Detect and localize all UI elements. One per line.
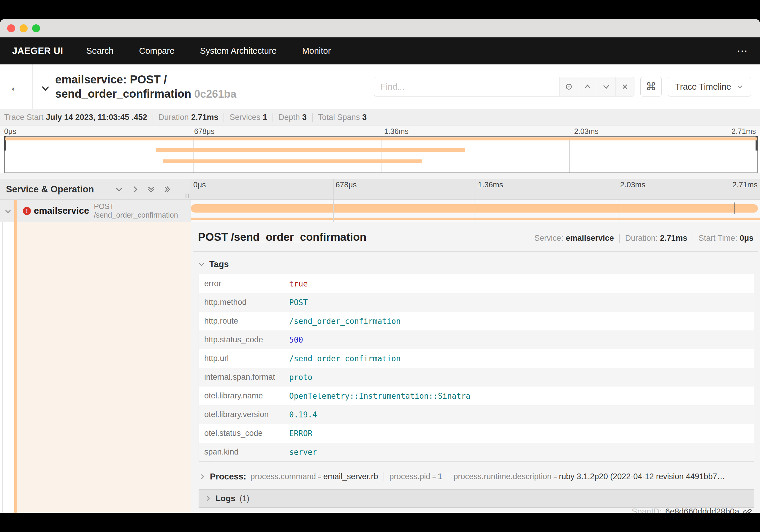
span-row-timeline-cell[interactable]	[191, 200, 760, 222]
focus-match-icon[interactable]	[559, 77, 578, 96]
overview-tick-labels: 0μs678μs1.36ms2.03ms2.71ms	[0, 126, 760, 136]
chevron-down-icon	[198, 261, 205, 268]
next-match-chevron-down-icon[interactable]	[597, 77, 615, 96]
close-window-button[interactable]	[7, 24, 15, 32]
column-resize-handle[interactable]	[186, 194, 189, 198]
tag-row[interactable]: errortrue	[199, 274, 754, 293]
tag-row[interactable]: otel.library.version0.19.4	[199, 405, 754, 424]
span-id-row: SpanID: 6e8d660dddd28b0a	[632, 507, 752, 513]
tag-row[interactable]: http.route/send_order_confirmation	[199, 312, 754, 330]
service-value: emailservice	[566, 234, 614, 243]
span-id-label: SpanID:	[632, 507, 662, 513]
trace-overview-minimap[interactable]	[4, 136, 758, 173]
logs-count: (1)	[240, 494, 249, 503]
zoom-window-button[interactable]	[32, 24, 40, 32]
trace-start-label: Trace Start	[4, 113, 44, 122]
find-input[interactable]	[374, 77, 559, 96]
minimap-span-bar	[5, 137, 757, 140]
divider	[312, 113, 312, 122]
tag-row[interactable]: span.kindserver	[199, 443, 754, 461]
spacer	[0, 173, 760, 179]
collapse-all-double-chevron-down-icon[interactable]	[147, 185, 156, 194]
link-icon[interactable]	[743, 507, 752, 513]
clear-find-icon[interactable]	[615, 77, 634, 96]
span-detail-panel: POST /send_order_confirmation Service: e…	[191, 222, 760, 513]
nav-item-system-architecture[interactable]: System Architecture	[200, 46, 277, 56]
indent-guide	[2, 222, 3, 513]
prev-match-chevron-up-icon[interactable]	[578, 77, 597, 96]
process-value: 1	[438, 472, 442, 481]
nav-overflow-icon[interactable]: ⋯	[737, 45, 748, 57]
span-duration-bar[interactable]	[191, 204, 758, 213]
duration-label: Duration	[159, 113, 189, 122]
tag-value: OpenTelemetry::Instrumentation::Sinatra	[285, 392, 470, 401]
tag-row[interactable]: otel.status_codeERROR	[199, 424, 754, 443]
tick-label: 2.71ms	[733, 180, 758, 189]
logs-section-toggle[interactable]: Logs (1)	[199, 489, 754, 508]
gridline	[333, 200, 334, 222]
logs-label: Logs	[215, 494, 235, 503]
minimize-window-button[interactable]	[20, 24, 27, 32]
process-key: process.command	[251, 472, 316, 481]
services-value: 1	[263, 113, 267, 122]
tag-value: POST	[285, 298, 308, 307]
expand-collapse-controls	[115, 185, 171, 194]
nav-item-search[interactable]: Search	[86, 46, 114, 56]
error-icon: !	[23, 207, 31, 215]
nav-item-monitor[interactable]: Monitor	[302, 46, 331, 56]
collapse-all-chevron-down-icon[interactable]	[115, 185, 123, 194]
span-service-name: emailservice	[34, 206, 89, 216]
window-titlebar[interactable]	[0, 19, 760, 37]
total-spans-value: 3	[362, 113, 367, 122]
tick-label: 0μs	[193, 180, 206, 189]
tag-key: internal.span.format	[199, 372, 285, 382]
tag-row[interactable]: http.status_code500	[199, 330, 754, 349]
trace-page-header: ← emailservice: POST / send_order_confir…	[0, 65, 760, 109]
tag-value: server	[285, 448, 317, 457]
span-id-value: 6e8d660dddd28b0a	[665, 507, 739, 513]
tick-label: 0μs	[4, 127, 16, 136]
equals-sign: =	[318, 473, 321, 481]
tag-row[interactable]: http.url/send_order_confirmation	[199, 349, 754, 368]
header-controls: ⌘ Trace Timeline	[374, 77, 751, 96]
span-row-label-cell[interactable]: ! emailservice POST /send_order_confirma…	[0, 200, 191, 222]
start-time-label: Start Time:	[698, 234, 737, 243]
collapse-trace-chevron-down-icon[interactable]	[40, 83, 50, 94]
expand-all-double-chevron-right-icon[interactable]	[163, 185, 171, 194]
tag-row[interactable]: http.methodPOST	[199, 293, 754, 312]
tag-key: http.route	[199, 316, 285, 326]
tags-label: Tags	[209, 260, 229, 269]
chevron-right-icon	[204, 495, 212, 502]
trace-view-selector[interactable]: Trace Timeline	[668, 77, 751, 96]
gridline	[193, 137, 194, 172]
trace-title-wrap: emailservice: POST / send_order_confirma…	[33, 65, 236, 109]
divider	[692, 234, 693, 243]
total-spans-label: Total Spans	[318, 113, 360, 122]
jaeger-logo[interactable]: JAEGER UI	[12, 46, 63, 56]
tag-row[interactable]: internal.span.formatproto	[199, 368, 754, 387]
trace-start-value: July 14 2023, 11:03:45	[46, 113, 129, 122]
tag-key: http.url	[199, 354, 285, 363]
expand-one-chevron-right-icon[interactable]	[131, 185, 140, 194]
span-detail-left-fill	[17, 222, 191, 513]
tag-row[interactable]: otel.library.nameOpenTelemetry::Instrume…	[199, 387, 754, 405]
span-row-emailservice[interactable]: ! emailservice POST /send_order_confirma…	[0, 200, 760, 222]
timeline-header: 0μs678μs1.36ms2.03ms2.71ms	[191, 179, 760, 200]
trace-title: emailservice: POST / send_order_confirma…	[55, 73, 236, 101]
gridline	[333, 179, 334, 200]
tag-value: 0.19.4	[285, 410, 317, 419]
depth-label: Depth	[278, 113, 300, 122]
nav-item-compare[interactable]: Compare	[139, 46, 174, 56]
process-section-toggle[interactable]: Process: process.command=email_server.rb…	[199, 472, 754, 482]
tags-section-toggle[interactable]: Tags	[198, 260, 760, 269]
tag-key: otel.library.version	[199, 410, 285, 419]
tag-value: true	[285, 279, 308, 288]
minimap-span-bar	[163, 160, 422, 163]
tag-key: http.method	[199, 298, 285, 307]
span-collapse-chevron-down-icon[interactable]	[4, 208, 12, 217]
chevron-down-icon	[736, 83, 744, 91]
keyboard-shortcuts-button[interactable]: ⌘	[641, 77, 662, 96]
duration-value: 2.71ms	[660, 234, 687, 243]
back-button[interactable]: ←	[0, 65, 33, 109]
tick-label: 678μs	[194, 127, 214, 136]
